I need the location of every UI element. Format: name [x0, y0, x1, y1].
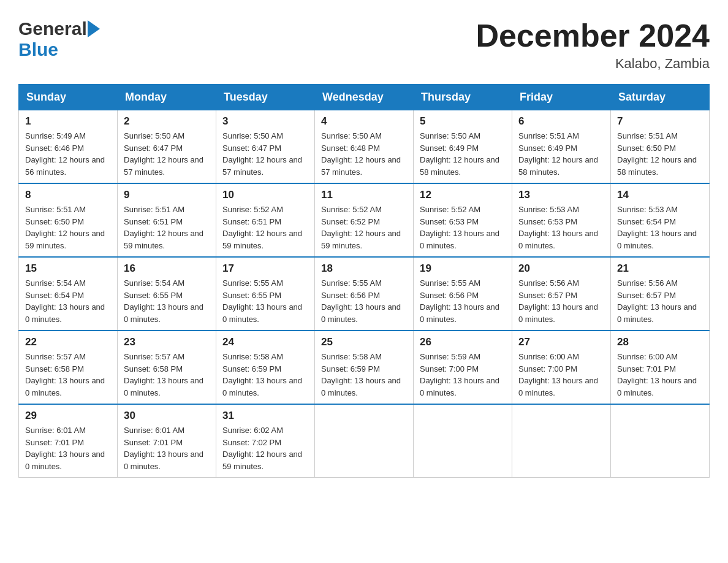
col-monday: Monday [118, 85, 216, 110]
day-info: Sunrise: 5:56 AMSunset: 6:57 PMDaylight:… [617, 278, 697, 324]
day-number: 2 [124, 115, 210, 128]
calendar-week-row: 15 Sunrise: 5:54 AMSunset: 6:54 PMDaylig… [19, 257, 710, 331]
day-number: 28 [617, 336, 703, 348]
table-row: 1 Sunrise: 5:49 AMSunset: 6:46 PMDayligh… [19, 110, 118, 184]
table-row: 17 Sunrise: 5:55 AMSunset: 6:55 PMDaylig… [216, 257, 315, 331]
table-row: 27 Sunrise: 6:00 AMSunset: 7:00 PMDaylig… [512, 331, 611, 404]
table-row: 6 Sunrise: 5:51 AMSunset: 6:49 PMDayligh… [512, 110, 611, 184]
day-number: 7 [617, 115, 703, 128]
calendar-week-row: 8 Sunrise: 5:51 AMSunset: 6:50 PMDayligh… [19, 183, 710, 257]
table-row: 30 Sunrise: 6:01 AMSunset: 7:01 PMDaylig… [118, 404, 216, 478]
calendar-week-row: 29 Sunrise: 6:01 AMSunset: 7:01 PMDaylig… [19, 404, 710, 478]
table-row [315, 404, 414, 478]
table-row: 8 Sunrise: 5:51 AMSunset: 6:50 PMDayligh… [19, 183, 118, 257]
day-number: 17 [222, 262, 308, 275]
calendar-subtitle: Kalabo, Zambia [476, 56, 710, 72]
table-row: 12 Sunrise: 5:52 AMSunset: 6:53 PMDaylig… [414, 183, 512, 257]
table-row: 5 Sunrise: 5:50 AMSunset: 6:49 PMDayligh… [414, 110, 512, 184]
day-info: Sunrise: 5:57 AMSunset: 6:58 PMDaylight:… [124, 352, 203, 397]
day-number: 4 [321, 115, 407, 128]
table-row: 14 Sunrise: 5:53 AMSunset: 6:54 PMDaylig… [611, 183, 710, 257]
day-number: 26 [420, 336, 506, 348]
calendar-header-row: Sunday Monday Tuesday Wednesday Thursday… [19, 85, 710, 110]
logo-blue-text: Blue [18, 39, 58, 59]
day-info: Sunrise: 5:52 AMSunset: 6:53 PMDaylight:… [420, 205, 499, 250]
day-number: 10 [222, 189, 308, 201]
day-info: Sunrise: 5:58 AMSunset: 6:59 PMDaylight:… [321, 352, 401, 397]
day-info: Sunrise: 5:58 AMSunset: 6:59 PMDaylight:… [222, 352, 302, 397]
day-number: 6 [518, 115, 604, 128]
calendar-week-row: 1 Sunrise: 5:49 AMSunset: 6:46 PMDayligh… [19, 110, 710, 184]
table-row [414, 404, 512, 478]
table-row: 3 Sunrise: 5:50 AMSunset: 6:47 PMDayligh… [216, 110, 315, 184]
table-row: 25 Sunrise: 5:58 AMSunset: 6:59 PMDaylig… [315, 331, 414, 404]
table-row: 4 Sunrise: 5:50 AMSunset: 6:48 PMDayligh… [315, 110, 414, 184]
calendar-title: December 2024 [476, 18, 710, 53]
day-info: Sunrise: 5:50 AMSunset: 6:47 PMDaylight:… [124, 131, 203, 177]
day-info: Sunrise: 5:51 AMSunset: 6:50 PMDaylight:… [617, 131, 697, 177]
day-info: Sunrise: 6:01 AMSunset: 7:01 PMDaylight:… [25, 426, 105, 471]
title-block: December 2024 Kalabo, Zambia [476, 18, 710, 72]
day-info: Sunrise: 6:01 AMSunset: 7:01 PMDaylight:… [124, 426, 203, 471]
day-info: Sunrise: 5:56 AMSunset: 6:57 PMDaylight:… [518, 278, 598, 324]
day-info: Sunrise: 5:55 AMSunset: 6:56 PMDaylight:… [420, 278, 499, 324]
day-info: Sunrise: 5:53 AMSunset: 6:54 PMDaylight:… [617, 205, 697, 250]
day-number: 13 [518, 189, 604, 201]
table-row: 13 Sunrise: 5:53 AMSunset: 6:53 PMDaylig… [512, 183, 611, 257]
day-number: 8 [25, 189, 111, 201]
day-info: Sunrise: 5:52 AMSunset: 6:52 PMDaylight:… [321, 205, 401, 250]
table-row: 23 Sunrise: 5:57 AMSunset: 6:58 PMDaylig… [118, 331, 216, 404]
day-info: Sunrise: 5:54 AMSunset: 6:54 PMDaylight:… [25, 278, 105, 324]
day-info: Sunrise: 5:53 AMSunset: 6:53 PMDaylight:… [518, 205, 598, 250]
table-row: 11 Sunrise: 5:52 AMSunset: 6:52 PMDaylig… [315, 183, 414, 257]
day-number: 15 [25, 262, 111, 275]
logo-general-text: General [18, 18, 87, 39]
col-sunday: Sunday [19, 85, 118, 110]
day-info: Sunrise: 5:54 AMSunset: 6:55 PMDaylight:… [124, 278, 203, 324]
table-row: 2 Sunrise: 5:50 AMSunset: 6:47 PMDayligh… [118, 110, 216, 184]
table-row: 15 Sunrise: 5:54 AMSunset: 6:54 PMDaylig… [19, 257, 118, 331]
day-number: 21 [617, 262, 703, 275]
table-row [512, 404, 611, 478]
col-thursday: Thursday [414, 85, 512, 110]
table-row: 18 Sunrise: 5:55 AMSunset: 6:56 PMDaylig… [315, 257, 414, 331]
day-info: Sunrise: 5:59 AMSunset: 7:00 PMDaylight:… [420, 352, 499, 397]
table-row: 29 Sunrise: 6:01 AMSunset: 7:01 PMDaylig… [19, 404, 118, 478]
day-number: 22 [25, 336, 111, 348]
day-info: Sunrise: 5:50 AMSunset: 6:48 PMDaylight:… [321, 131, 401, 177]
day-info: Sunrise: 6:00 AMSunset: 7:00 PMDaylight:… [518, 352, 598, 397]
day-number: 11 [321, 189, 407, 201]
table-row: 9 Sunrise: 5:51 AMSunset: 6:51 PMDayligh… [118, 183, 216, 257]
table-row: 26 Sunrise: 5:59 AMSunset: 7:00 PMDaylig… [414, 331, 512, 404]
day-number: 30 [124, 410, 210, 422]
col-tuesday: Tuesday [216, 85, 315, 110]
table-row: 31 Sunrise: 6:02 AMSunset: 7:02 PMDaylig… [216, 404, 315, 478]
day-info: Sunrise: 5:52 AMSunset: 6:51 PMDaylight:… [222, 205, 302, 250]
day-number: 24 [222, 336, 308, 348]
day-info: Sunrise: 5:55 AMSunset: 6:56 PMDaylight:… [321, 278, 401, 324]
table-row: 7 Sunrise: 5:51 AMSunset: 6:50 PMDayligh… [611, 110, 710, 184]
table-row: 22 Sunrise: 5:57 AMSunset: 6:58 PMDaylig… [19, 331, 118, 404]
table-row: 10 Sunrise: 5:52 AMSunset: 6:51 PMDaylig… [216, 183, 315, 257]
day-info: Sunrise: 5:55 AMSunset: 6:55 PMDaylight:… [222, 278, 302, 324]
calendar-week-row: 22 Sunrise: 5:57 AMSunset: 6:58 PMDaylig… [19, 331, 710, 404]
day-number: 12 [420, 189, 506, 201]
col-wednesday: Wednesday [315, 85, 414, 110]
day-number: 16 [124, 262, 210, 275]
day-info: Sunrise: 6:00 AMSunset: 7:01 PMDaylight:… [617, 352, 697, 397]
day-info: Sunrise: 5:51 AMSunset: 6:50 PMDaylight:… [25, 205, 105, 250]
table-row: 20 Sunrise: 5:56 AMSunset: 6:57 PMDaylig… [512, 257, 611, 331]
table-row [611, 404, 710, 478]
table-row: 21 Sunrise: 5:56 AMSunset: 6:57 PMDaylig… [611, 257, 710, 331]
day-info: Sunrise: 6:02 AMSunset: 7:02 PMDaylight:… [222, 426, 302, 471]
col-saturday: Saturday [611, 85, 710, 110]
day-info: Sunrise: 5:57 AMSunset: 6:58 PMDaylight:… [25, 352, 105, 397]
day-number: 3 [222, 115, 308, 128]
table-row: 28 Sunrise: 6:00 AMSunset: 7:01 PMDaylig… [611, 331, 710, 404]
table-row: 19 Sunrise: 5:55 AMSunset: 6:56 PMDaylig… [414, 257, 512, 331]
day-info: Sunrise: 5:50 AMSunset: 6:49 PMDaylight:… [420, 131, 499, 177]
table-row: 16 Sunrise: 5:54 AMSunset: 6:55 PMDaylig… [118, 257, 216, 331]
page-header: General Blue December 2024 Kalabo, Zambi… [18, 18, 710, 72]
day-number: 19 [420, 262, 506, 275]
day-number: 31 [222, 410, 308, 422]
